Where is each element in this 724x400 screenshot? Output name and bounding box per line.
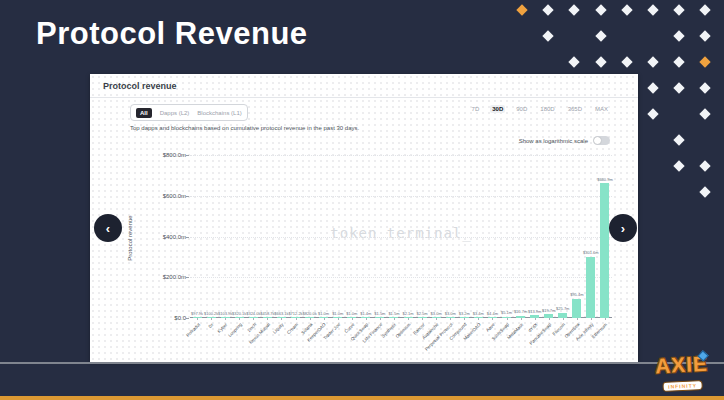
- time-range-90d[interactable]: 90D: [514, 105, 529, 113]
- bar-chart-plot: token terminal_ $800.0m$600.0m$400.0m$20…: [190, 155, 612, 318]
- x-tick: [225, 318, 226, 320]
- x-axis-label-text: Kyber: [217, 322, 229, 334]
- footer-accent-bar: [0, 396, 724, 400]
- x-tick: [591, 318, 592, 320]
- watermark: token terminal_: [190, 225, 612, 241]
- diamond-icon: [699, 4, 710, 15]
- time-range-7d[interactable]: 7D: [470, 105, 482, 113]
- toggle-knob: [594, 137, 601, 144]
- x-tick: [478, 318, 479, 320]
- y-tick: [186, 155, 189, 156]
- bar-value-label: $19.7m: [542, 308, 555, 313]
- filter-tab-blockchains-l1-[interactable]: Blockchains (L1): [197, 110, 241, 116]
- x-tick: [366, 318, 367, 320]
- filter-tab-all[interactable]: All: [136, 108, 152, 118]
- diamond-icon: [621, 56, 632, 67]
- bar-value-label: $712.2k: [288, 311, 302, 316]
- bar-value-label: $820.0k: [302, 311, 316, 316]
- diamond-icon: [647, 56, 658, 67]
- log-scale-toggle[interactable]: [593, 136, 610, 145]
- x-tick: [394, 318, 395, 320]
- diamond-icon: [673, 56, 684, 67]
- time-range-180d[interactable]: 180D: [538, 105, 556, 113]
- bar-value-label: $3.0m: [431, 311, 442, 316]
- bar-value-label: $663.1k: [274, 311, 288, 316]
- next-button[interactable]: ›: [609, 214, 637, 242]
- card-title: Protocol revenue: [103, 81, 177, 91]
- bar-value-label: $2.5m: [417, 311, 428, 316]
- protocol-revenue-card: Protocol revenue AllDapps (L2)Blockchain…: [90, 74, 638, 362]
- diamond-icon: [647, 82, 658, 93]
- time-range-30d[interactable]: 30D: [490, 105, 505, 113]
- y-tick-label: $800.0m: [146, 152, 186, 158]
- x-tick: [605, 318, 606, 320]
- bar-value-label: $1.0m: [346, 311, 357, 316]
- diamond-icon: [673, 82, 684, 93]
- bar-ethereum[interactable]: [600, 183, 609, 318]
- x-tick: [338, 318, 339, 320]
- y-tick: [186, 237, 189, 238]
- bar-value-label: $1.4m: [360, 311, 371, 316]
- card-header: Protocol revenue: [90, 74, 638, 98]
- bar-value-label: $324.0k: [246, 311, 260, 316]
- scope-filter-tabs[interactable]: AllDapps (L2)Blockchains (L1): [130, 104, 248, 121]
- gridline: [190, 237, 612, 238]
- x-tick: [535, 318, 536, 320]
- chevron-right-icon: ›: [621, 221, 625, 236]
- x-axis-label-text: 1inch: [246, 322, 257, 333]
- diamond-icon: [595, 30, 606, 41]
- time-range-max[interactable]: MAX: [593, 105, 610, 113]
- x-tick: [450, 318, 451, 320]
- log-scale-row: Show as logarithmic scale: [519, 136, 610, 145]
- time-range-selector[interactable]: 7D30D90D180D365DMAX: [470, 105, 610, 113]
- filter-tab-dapps-l2-[interactable]: Dapps (L2): [160, 110, 190, 116]
- gridline: [190, 277, 612, 278]
- diamond-icon: [621, 4, 632, 15]
- x-tick: [281, 318, 282, 320]
- x-tick: [267, 318, 268, 320]
- x-tick: [296, 318, 297, 320]
- x-axis-label-text: Liquity: [272, 322, 285, 335]
- x-tick: [380, 318, 381, 320]
- bar-value-label: $103.9k: [218, 311, 232, 316]
- page-title: Protocol Revenue: [36, 16, 308, 52]
- bar-value-label: $1.5m: [374, 311, 385, 316]
- x-axis-label-text: Aave: [485, 322, 496, 333]
- x-tick: [563, 318, 564, 320]
- gridline: [190, 196, 612, 197]
- diamond-icon: [542, 30, 553, 41]
- bar-value-label: $1.0m: [318, 311, 329, 316]
- x-tick: [492, 318, 493, 320]
- x-tick: [521, 318, 522, 320]
- time-range-365d[interactable]: 365D: [566, 105, 584, 113]
- log-scale-label: Show as logarithmic scale: [519, 138, 588, 144]
- bar-value-label: $660.9m: [597, 177, 613, 182]
- y-tick: [186, 196, 189, 197]
- diamond-icon: [699, 108, 710, 119]
- logo-subtitle: INFINITY: [662, 380, 703, 392]
- bar-value-label: $10.7m: [514, 309, 527, 314]
- bar-value-label: $4.4m: [487, 311, 498, 316]
- bar-value-label: $25.7m: [556, 306, 569, 311]
- bar-axie-infinity[interactable]: [586, 257, 595, 318]
- x-tick: [436, 318, 437, 320]
- diamond-icon: [673, 160, 684, 171]
- x-tick: [310, 318, 311, 320]
- card-subtitle: Top dapps and blockchains based on cumul…: [130, 125, 359, 131]
- chevron-left-icon: ‹: [106, 221, 110, 236]
- bar-value-label: $320.1k: [232, 311, 246, 316]
- prev-button[interactable]: ‹: [94, 214, 122, 242]
- diamond-icon: [542, 4, 553, 15]
- bar-value-label: $5.1m: [501, 310, 512, 315]
- diamond-icon: [699, 82, 710, 93]
- diamond-icon: [673, 4, 684, 15]
- bar-value-label: $13.9m: [528, 309, 541, 314]
- x-tick: [577, 318, 578, 320]
- bar-value-label: $2.1m: [402, 311, 413, 316]
- bar-value-label: $1.0m: [332, 311, 343, 316]
- diamond-icon: [595, 56, 606, 67]
- y-tick-label: $600.0m: [146, 193, 186, 199]
- bar-opensea[interactable]: [572, 299, 581, 318]
- x-tick: [324, 318, 325, 320]
- diamond-icon: [568, 56, 579, 67]
